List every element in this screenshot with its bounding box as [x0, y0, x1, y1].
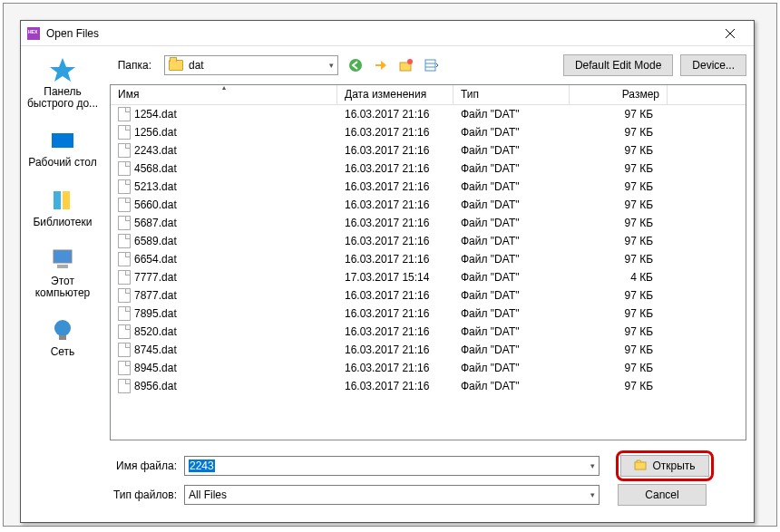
- file-icon: [118, 216, 131, 230]
- column-name[interactable]: Имя▴: [111, 85, 337, 104]
- file-row[interactable]: 4568.dat16.03.2017 21:16Файл "DAT"97 КБ: [111, 160, 746, 178]
- views-button[interactable]: [422, 55, 442, 75]
- place-label: Сеть: [51, 346, 75, 358]
- close-button[interactable]: [712, 23, 748, 44]
- file-type: Файл "DAT": [453, 271, 570, 284]
- svg-rect-8: [54, 250, 72, 263]
- file-name: 6654.dat: [134, 253, 177, 266]
- chevron-down-icon: ▾: [590, 461, 595, 470]
- file-row[interactable]: 6654.dat16.03.2017 21:16Файл "DAT"97 КБ: [111, 250, 746, 268]
- file-name: 8520.dat: [134, 325, 177, 338]
- filename-input[interactable]: 2243 ▾: [184, 456, 600, 476]
- sort-asc-icon: ▴: [222, 84, 226, 92]
- folder-label: Папка:: [110, 59, 157, 72]
- place-label: Этот компьютер: [35, 276, 91, 299]
- place-desktop[interactable]: Рабочий стол: [28, 126, 96, 169]
- file-row[interactable]: 7777.dat17.03.2017 15:14Файл "DAT"4 КБ: [111, 268, 746, 286]
- file-name: 6589.dat: [134, 235, 177, 247]
- file-row[interactable]: 5213.dat16.03.2017 21:16Файл "DAT"97 КБ: [111, 178, 746, 196]
- svg-rect-15: [425, 60, 435, 71]
- file-row[interactable]: 6589.dat16.03.2017 21:16Файл "DAT"97 КБ: [111, 232, 746, 250]
- file-row[interactable]: 8745.dat16.03.2017 21:16Файл "DAT"97 КБ: [111, 341, 746, 359]
- file-icon: [118, 270, 131, 285]
- folder-icon: [169, 60, 183, 71]
- filetype-label: Тип файлов:: [110, 488, 184, 501]
- file-date: 16.03.2017 21:16: [337, 217, 453, 229]
- svg-rect-7: [63, 191, 70, 209]
- file-type: Файл "DAT": [453, 162, 570, 175]
- new-folder-button[interactable]: [396, 55, 416, 75]
- place-label: Рабочий стол: [28, 157, 96, 169]
- file-type: Файл "DAT": [453, 362, 570, 374]
- file-name: 8945.dat: [134, 362, 177, 374]
- file-date: 16.03.2017 21:16: [337, 307, 453, 320]
- file-row[interactable]: 5660.dat16.03.2017 21:16Файл "DAT"97 КБ: [111, 196, 746, 214]
- filetype-value: All Files: [189, 488, 227, 501]
- open-button-highlight: Открыть: [616, 450, 714, 481]
- file-name: 7777.dat: [134, 271, 177, 284]
- file-size: 97 КБ: [570, 217, 668, 229]
- file-name: 2243.dat: [134, 144, 177, 157]
- file-size: 97 КБ: [570, 162, 668, 175]
- place-quick-access[interactable]: Панель быстрого до...: [27, 55, 98, 110]
- file-row[interactable]: 1256.dat16.03.2017 21:16Файл "DAT"97 КБ: [111, 123, 746, 141]
- place-libraries[interactable]: Библиотеки: [33, 186, 92, 228]
- svg-marker-4: [50, 58, 75, 82]
- file-icon: [118, 143, 131, 158]
- filetype-select[interactable]: All Files ▾: [184, 485, 600, 505]
- file-date: 16.03.2017 21:16: [337, 126, 453, 139]
- file-date: 16.03.2017 21:16: [337, 253, 453, 266]
- place-network[interactable]: Сеть: [48, 315, 77, 358]
- open-button[interactable]: Открыть: [620, 455, 709, 477]
- filename-value: 2243: [189, 459, 215, 472]
- file-size: 97 КБ: [570, 108, 668, 121]
- file-size: 4 КБ: [570, 271, 668, 284]
- file-icon: [118, 107, 131, 121]
- file-row[interactable]: 2243.dat16.03.2017 21:16Файл "DAT"97 КБ: [111, 141, 746, 160]
- file-row[interactable]: 8956.dat16.03.2017 21:16Файл "DAT"97 КБ: [111, 377, 746, 395]
- back-button[interactable]: [346, 55, 366, 75]
- svg-point-14: [407, 59, 413, 64]
- file-type: Файл "DAT": [453, 253, 570, 266]
- file-type: Файл "DAT": [453, 217, 570, 229]
- file-size: 97 КБ: [570, 198, 668, 211]
- default-edit-mode-button[interactable]: Default Edit Mode: [563, 54, 673, 76]
- file-row[interactable]: 5687.dat16.03.2017 21:16Файл "DAT"97 КБ: [111, 214, 746, 232]
- file-row[interactable]: 7877.dat16.03.2017 21:16Файл "DAT"97 КБ: [111, 286, 746, 305]
- file-date: 16.03.2017 21:16: [337, 144, 453, 157]
- file-row[interactable]: 1254.dat16.03.2017 21:16Файл "DAT"97 КБ: [111, 105, 746, 123]
- file-row[interactable]: 7895.dat16.03.2017 21:16Файл "DAT"97 КБ: [111, 305, 746, 323]
- up-button[interactable]: [371, 55, 391, 75]
- file-date: 16.03.2017 21:16: [337, 180, 453, 193]
- toolbar: Папка: dat ▾ Default Edit Mode Device...: [104, 52, 746, 79]
- place-this-pc[interactable]: Этот компьютер: [35, 245, 91, 299]
- file-name: 1256.dat: [134, 126, 177, 139]
- window-title: Open Files: [46, 27, 712, 40]
- file-icon: [118, 379, 131, 393]
- open-folder-icon: [634, 459, 648, 474]
- file-date: 17.03.2017 15:14: [337, 271, 453, 284]
- file-size: 97 КБ: [570, 180, 668, 193]
- file-type: Файл "DAT": [453, 126, 570, 139]
- file-name: 5213.dat: [134, 180, 177, 193]
- device-button[interactable]: Device...: [680, 54, 746, 76]
- column-size[interactable]: Размер: [570, 85, 668, 104]
- folder-select[interactable]: dat ▾: [164, 55, 338, 75]
- file-row[interactable]: 8945.dat16.03.2017 21:16Файл "DAT"97 КБ: [111, 359, 746, 377]
- titlebar: HEX Open Files: [21, 21, 754, 46]
- file-icon: [118, 361, 131, 375]
- app-icon: HEX: [26, 26, 41, 41]
- file-size: 97 КБ: [570, 307, 668, 320]
- file-icon: [118, 288, 131, 303]
- file-icon: [118, 306, 131, 321]
- cancel-button[interactable]: Cancel: [618, 484, 707, 506]
- column-type[interactable]: Тип: [453, 85, 570, 104]
- svg-rect-9: [57, 265, 68, 268]
- file-size: 97 КБ: [570, 289, 668, 302]
- file-name: 7877.dat: [134, 289, 177, 302]
- file-date: 16.03.2017 21:16: [337, 235, 453, 247]
- file-name: 1254.dat: [134, 108, 177, 121]
- column-date[interactable]: Дата изменения: [337, 85, 453, 104]
- file-row[interactable]: 8520.dat16.03.2017 21:16Файл "DAT"97 КБ: [111, 323, 746, 341]
- filename-label: Имя файла:: [110, 459, 184, 472]
